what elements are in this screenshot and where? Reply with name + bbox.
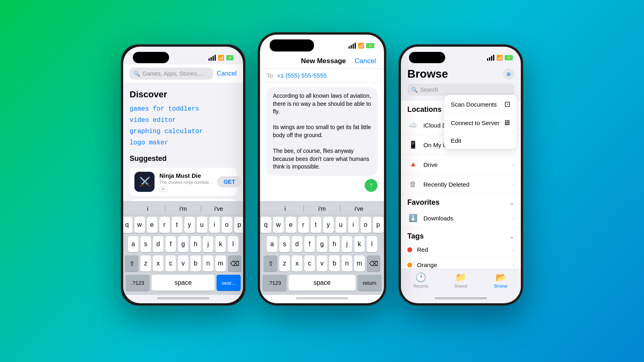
center-key-l[interactable]: l <box>367 236 377 252</box>
center-key-k[interactable]: k <box>354 236 365 252</box>
right-status-bar: 📶 ⚡ <box>401 47 521 64</box>
suggestion-ive[interactable]: i've <box>201 205 236 212</box>
center-suggestion-ive[interactable]: i've <box>341 205 377 212</box>
key-row-3: ⇧ z x c v b n m ⌫ <box>125 255 241 272</box>
key-p[interactable]: p <box>234 217 244 233</box>
center-key-j[interactable]: j <box>342 236 352 252</box>
center-suggestion-im[interactable]: i'm <box>304 205 341 212</box>
center-key-o[interactable]: o <box>361 217 371 233</box>
nav-browse[interactable]: 📂 Browse <box>481 272 521 288</box>
key-x[interactable]: x <box>153 255 163 272</box>
key-e[interactable]: e <box>147 217 157 233</box>
key-shift[interactable]: ⇧ <box>125 255 138 272</box>
files-search-bar[interactable]: 🔍 Search <box>407 84 514 96</box>
center-key-y[interactable]: y <box>323 217 334 233</box>
files-search-icon: 🔍 <box>411 87 418 93</box>
center-key-shift[interactable]: ⇧ <box>264 255 277 272</box>
center-key-w[interactable]: w <box>273 217 284 233</box>
key-k[interactable]: k <box>215 236 226 252</box>
downloads-chevron: › <box>512 215 514 221</box>
center-key-u[interactable]: u <box>336 217 346 233</box>
favorites-section: Favorites ⌄ <box>401 194 521 208</box>
center-key-d[interactable]: d <box>292 236 302 252</box>
key-v[interactable]: v <box>178 255 188 272</box>
center-key-t[interactable]: t <box>311 217 321 233</box>
center-key-b[interactable]: b <box>329 255 340 272</box>
send-button[interactable]: ↑ <box>365 179 378 192</box>
key-search[interactable]: sear... <box>217 275 241 291</box>
center-key-h[interactable]: h <box>329 236 340 252</box>
nav-recents[interactable]: 🕐 Recents <box>401 272 441 288</box>
context-edit[interactable]: Edit <box>444 132 517 149</box>
discover-link-2[interactable]: video editor <box>130 117 237 124</box>
key-w[interactable]: w <box>134 217 145 233</box>
key-f[interactable]: f <box>165 236 176 252</box>
center-key-numbers[interactable]: .?123 <box>262 275 287 291</box>
center-key-s[interactable]: s <box>279 236 290 252</box>
center-key-e[interactable]: e <box>286 217 296 233</box>
drive-item[interactable]: 🔺 Drive › <box>401 155 521 175</box>
recently-deleted-item[interactable]: 🗑 Recently Deleted › <box>401 175 521 194</box>
key-d[interactable]: d <box>153 236 163 252</box>
discover-link-3[interactable]: graphing calculator <box>130 128 237 135</box>
key-h[interactable]: h <box>190 236 201 252</box>
key-m[interactable]: m <box>215 255 226 272</box>
center-key-z[interactable]: z <box>279 255 290 272</box>
to-value[interactable]: +1 (555) 555-5555 <box>277 72 327 79</box>
key-s[interactable]: s <box>140 236 151 252</box>
center-key-p[interactable]: p <box>373 217 384 233</box>
center-key-q[interactable]: q <box>261 217 271 233</box>
key-a[interactable]: a <box>128 236 138 252</box>
tag-red-item[interactable]: Red › <box>401 242 521 257</box>
center-key-m[interactable]: m <box>354 255 365 272</box>
center-key-return[interactable]: return <box>357 275 382 291</box>
search-input-wrapper[interactable]: 🔍 Games, Apps, Stories,... <box>130 68 213 80</box>
key-c[interactable]: c <box>165 255 176 272</box>
key-g[interactable]: g <box>178 236 188 252</box>
files-options-button[interactable]: ⊕ <box>503 68 514 80</box>
key-u[interactable]: u <box>197 217 207 233</box>
discover-link-4[interactable]: logo maker <box>130 139 237 146</box>
center-key-space[interactable]: space <box>289 275 355 291</box>
key-o[interactable]: o <box>222 217 232 233</box>
center-key-v[interactable]: v <box>317 255 327 272</box>
key-space-left[interactable]: space <box>152 275 215 291</box>
right-battery-icon: ⚡ <box>505 55 513 60</box>
center-key-n[interactable]: n <box>342 255 352 272</box>
key-delete[interactable]: ⌫ <box>228 255 242 272</box>
center-key-f[interactable]: f <box>304 236 315 252</box>
suggestion-im[interactable]: i'm <box>165 205 200 212</box>
key-z[interactable]: z <box>140 255 151 272</box>
app-item-1[interactable]: ⚔️ Ninja Must Die The coolest ninja comb… <box>130 168 237 196</box>
key-b[interactable]: b <box>190 255 201 272</box>
suggestion-i[interactable]: i <box>130 205 165 212</box>
discover-link-1[interactable]: games for toddlers <box>130 105 237 113</box>
center-key-i[interactable]: i <box>348 217 359 233</box>
nav-shared[interactable]: 📁 Shared <box>441 272 481 288</box>
downloads-item[interactable]: ⬇️ Downloads › <box>401 208 521 228</box>
key-j[interactable]: j <box>203 236 213 252</box>
key-t[interactable]: t <box>172 217 182 233</box>
center-key-delete[interactable]: ⌫ <box>367 255 380 272</box>
appstore-cancel-button[interactable]: Cancel <box>217 70 237 77</box>
center-key-x[interactable]: x <box>292 255 302 272</box>
key-y[interactable]: y <box>184 217 195 233</box>
key-numbers[interactable]: .?123 <box>126 275 150 291</box>
left-phone-screen: 📶 ⚡ 🔍 Games, Apps, Stories,... Cancel Di… <box>123 47 243 303</box>
key-i[interactable]: i <box>209 217 220 233</box>
center-key-r[interactable]: r <box>298 217 309 233</box>
center-key-g[interactable]: g <box>317 236 327 252</box>
recents-icon: 🕐 <box>415 272 426 283</box>
get-button-1[interactable]: GET <box>217 176 242 187</box>
tag-orange-item[interactable]: Orange › <box>401 257 521 269</box>
key-n[interactable]: n <box>203 255 213 272</box>
context-scan-documents[interactable]: Scan Documents ⊡ <box>444 95 517 114</box>
message-cancel-button[interactable]: Cancel <box>355 57 376 65</box>
key-r[interactable]: r <box>159 217 170 233</box>
center-key-a[interactable]: a <box>267 236 277 252</box>
center-key-c[interactable]: c <box>304 255 315 272</box>
context-connect-server[interactable]: Connect to Server 🖥 <box>444 114 517 132</box>
center-suggestion-i[interactable]: i <box>267 205 303 212</box>
key-l[interactable]: l <box>228 236 238 252</box>
key-q[interactable]: q <box>123 217 132 233</box>
